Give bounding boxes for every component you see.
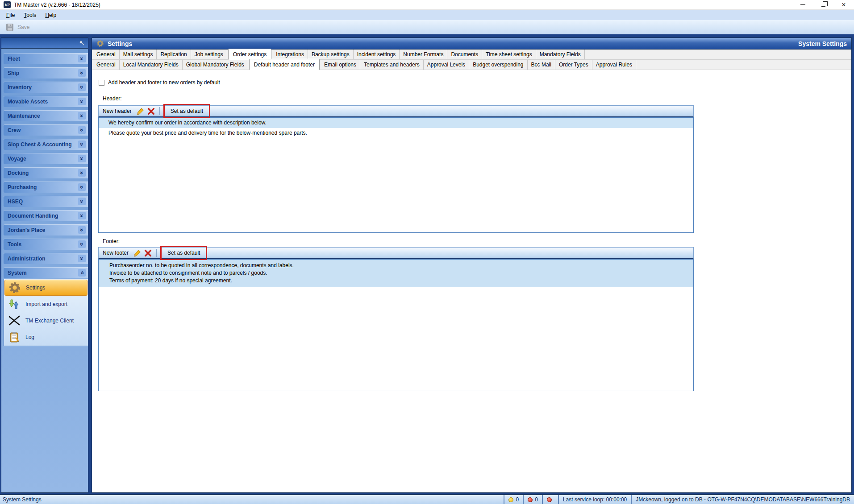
chevron-down-icon[interactable]: » [78, 55, 86, 62]
tab-approval-rules[interactable]: Approval Rules [592, 60, 636, 70]
chevron-down-icon[interactable]: » [78, 155, 86, 162]
footer-list: Purchaseorder no. to be quoted in all co… [98, 259, 694, 391]
tab-mandatory-fields[interactable]: Mandatory Fields [536, 50, 585, 59]
sidebar-item-label: Fleet [4, 56, 78, 62]
list-item[interactable]: We hereby confirm our order in accordanc… [99, 118, 693, 128]
tab-time-sheet-settings[interactable]: Time sheet settings [482, 50, 536, 59]
tab-replication[interactable]: Replication [157, 50, 191, 59]
gear-icon [96, 40, 104, 47]
tab-mail-settings[interactable]: Mail settings [120, 50, 157, 59]
chevron-down-icon[interactable]: » [78, 98, 86, 105]
tab-general[interactable]: General [93, 50, 120, 59]
tab-approval-levels[interactable]: Approval Levels [424, 60, 469, 70]
tab-order-types[interactable]: Order Types [555, 60, 592, 70]
sidebar-item-document-handling[interactable]: Document Handling » [4, 210, 88, 221]
tab-default-header-and-footer[interactable]: Default header and footer [249, 59, 320, 70]
sidebar-item-hseq[interactable]: HSEQ » [4, 196, 88, 207]
sidebar-item-crew[interactable]: Crew » [4, 124, 88, 136]
log-clipboard-icon [8, 331, 21, 343]
delete-x-icon[interactable] [144, 249, 152, 257]
status-connection-info: JMckeown, logged on to DB - OTG-W-PF47N4… [632, 495, 854, 504]
sidebar-item-label: TM Exchange Client [25, 318, 74, 324]
chevron-down-icon[interactable]: » [78, 212, 86, 219]
sidebar-item-import-and-export[interactable]: Import and export [4, 296, 87, 312]
sidebar-item-tools[interactable]: Tools » [4, 239, 88, 250]
tab-order-settings[interactable]: Order settings [228, 49, 271, 60]
sidebar-item-slop-chest-accounting[interactable]: Slop Chest & Accounting » [4, 139, 88, 150]
sidebar-item-docking[interactable]: Docking » [4, 167, 88, 178]
tab-job-settings[interactable]: Job settings [191, 50, 227, 59]
sidebar-item-ship[interactable]: Ship » [4, 67, 88, 78]
sidebar-item-settings[interactable]: Settings [4, 280, 87, 296]
sidebar-item-label: Crew [4, 127, 78, 133]
sidebar-item-voyage[interactable]: Voyage » [4, 153, 88, 164]
set-as-default-button[interactable]: Set as default [163, 104, 210, 118]
tab-number-formats[interactable]: Number Formats [400, 50, 447, 59]
tab-content: Add header and footer to new orders by d… [92, 70, 851, 492]
footer-section-label: Footer: [103, 238, 120, 244]
chevron-down-icon[interactable]: » [78, 112, 86, 120]
save-button[interactable]: Save [2, 22, 33, 33]
sidebar-item-administration[interactable]: Administration » [4, 253, 88, 264]
restore-button[interactable] [813, 0, 833, 9]
tab-general-2[interactable]: General [93, 60, 120, 70]
chevron-down-icon[interactable]: » [78, 226, 86, 234]
chevron-down-icon[interactable]: » [78, 240, 86, 248]
sidebar-item-purchasing[interactable]: Purchasing » [4, 182, 88, 193]
app-logo-icon: V2 [4, 1, 11, 8]
minimize-button[interactable] [792, 0, 813, 9]
sidebar-item-system[interactable]: System » [4, 267, 88, 278]
tab-budget-overspending[interactable]: Budget overspending [469, 60, 527, 70]
menu-file[interactable]: File [2, 11, 19, 20]
sidebar-item-label: Settings [26, 285, 45, 291]
tab-incident-settings[interactable]: Incident settings [354, 50, 400, 59]
tab-email-options[interactable]: Email options [321, 60, 360, 70]
menu-tools[interactable]: Tools [19, 11, 41, 20]
add-header-footer-checkbox[interactable] [99, 80, 104, 86]
tab-documents[interactable]: Documents [447, 50, 482, 59]
close-button[interactable]: × [833, 0, 854, 9]
status-service-loop: Last service loop: 00:00:00 [559, 495, 632, 504]
sidebar-item-inventory[interactable]: Inventory » [4, 82, 88, 93]
tab-bcc-mail[interactable]: Bcc Mail [528, 60, 555, 70]
tab-backup-settings[interactable]: Backup settings [308, 50, 354, 59]
sidebar-item-label: Purchasing [4, 184, 78, 190]
restore-icon [821, 3, 825, 7]
chevron-down-icon[interactable]: » [78, 169, 86, 177]
sidebar-item-log[interactable]: Log [4, 329, 87, 345]
tab-local-mandatory-fields[interactable]: Local Mandatory Fields [120, 60, 183, 70]
settings-panel: Settings System Settings General Mail se… [92, 37, 852, 493]
chevron-down-icon[interactable]: » [78, 126, 86, 134]
sidebar-item-jordans-place[interactable]: Jordan's Place » [4, 224, 88, 235]
chevron-down-icon[interactable]: » [78, 183, 86, 191]
set-as-default-button[interactable]: Set as default [160, 246, 207, 260]
list-item[interactable]: Purchaseorder no. to be quoted in all co… [99, 260, 693, 287]
delete-x-icon[interactable] [147, 107, 155, 115]
chevron-down-icon[interactable]: » [78, 83, 86, 91]
status-service-indicator[interactable] [543, 495, 559, 504]
new-footer-button[interactable]: New footer [103, 250, 129, 256]
red-status-icon [547, 497, 552, 502]
tab-global-mandatory-fields[interactable]: Global Mandatory Fields [183, 60, 248, 70]
sidebar-item-movable-assets[interactable]: Movable Assets » [4, 96, 88, 107]
edit-pencil-icon[interactable] [133, 249, 141, 257]
sidebar-item-label: Maintenance [4, 113, 78, 119]
chevron-up-icon[interactable]: » [78, 269, 86, 277]
chevron-down-icon[interactable]: » [78, 255, 86, 262]
sidebar-item-maintenance[interactable]: Maintenance » [4, 110, 88, 121]
tab-templates-and-headers[interactable]: Templates and headers [360, 60, 424, 70]
status-error-counter[interactable]: 0 [524, 495, 543, 504]
chevron-down-icon[interactable]: » [78, 140, 86, 148]
tabs-row-1: General Mail settings Replication Job se… [92, 50, 851, 60]
status-warning-counter[interactable]: 0 [504, 495, 524, 504]
chevron-down-icon[interactable]: » [78, 69, 86, 77]
edit-pencil-icon[interactable] [137, 107, 144, 115]
sidebar-item-fleet[interactable]: Fleet » [4, 53, 88, 64]
sidebar-item-tm-exchange-client[interactable]: TM Exchange Client [4, 312, 87, 329]
chevron-down-icon[interactable]: » [78, 198, 86, 205]
list-item[interactable]: Please quote your best price and deliver… [99, 128, 693, 138]
menu-help[interactable]: Help [41, 11, 61, 20]
tab-integrations[interactable]: Integrations [272, 50, 308, 59]
new-header-button[interactable]: New header [103, 108, 132, 114]
pin-icon[interactable] [79, 40, 85, 46]
